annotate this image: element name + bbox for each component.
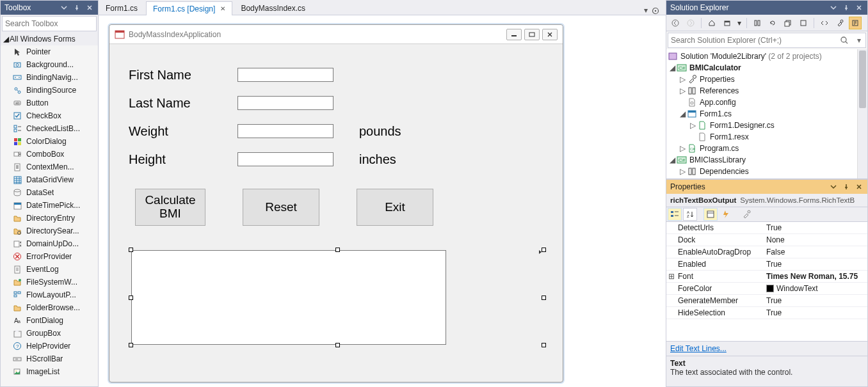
property-value[interactable]: True xyxy=(764,296,867,305)
close-tab-icon[interactable]: ✕ xyxy=(220,5,225,12)
label-last-name[interactable]: Last Name xyxy=(129,96,237,111)
toolbox-item[interactable]: FlowLayoutP... xyxy=(1,288,98,301)
close-icon[interactable] xyxy=(85,3,94,12)
solution-explorer-search[interactable]: ▾ xyxy=(668,33,866,48)
toolbox-item[interactable]: BindingNavig... xyxy=(1,71,98,84)
pin-icon[interactable] xyxy=(72,3,81,12)
tree-form1-designer[interactable]: ▷ Form1.Designer.cs xyxy=(666,120,867,131)
toolbox-item[interactable]: HScrollBar xyxy=(1,352,98,365)
toolbox-item[interactable]: ComboBox xyxy=(1,148,98,161)
textbox-height[interactable] xyxy=(237,152,334,166)
tree-form1[interactable]: ◢ Form1.cs xyxy=(666,108,867,120)
property-row[interactable]: ForeColorWindowText xyxy=(666,283,867,295)
maximize-button[interactable] xyxy=(524,29,540,40)
alphabetical-icon[interactable]: AZ xyxy=(683,208,697,221)
property-value[interactable]: True xyxy=(764,260,867,269)
toolbox-item[interactable]: EventLog xyxy=(1,263,98,276)
tree-appconfig[interactable]: App.config xyxy=(666,97,867,108)
property-value[interactable]: True xyxy=(764,308,867,317)
resize-handle[interactable] xyxy=(542,343,546,347)
dropdown-icon[interactable] xyxy=(829,182,838,191)
chevron-right-icon[interactable]: ▷ xyxy=(678,75,687,84)
chevron-right-icon[interactable]: ▷ xyxy=(678,86,687,95)
toolbox-group-header[interactable]: ◢ All Windows Forms xyxy=(1,33,98,45)
toolbox-item[interactable]: DataGridView xyxy=(1,173,98,186)
toolbox-item[interactable]: DataSet xyxy=(1,186,98,199)
textbox-first-name[interactable] xyxy=(237,68,334,82)
resize-handle[interactable] xyxy=(129,248,133,252)
search-options-icon[interactable]: ▾ xyxy=(853,36,865,45)
textbox-last-name[interactable] xyxy=(237,96,334,110)
tree-dependencies[interactable]: ▷ Dependencies xyxy=(666,166,867,177)
label-inches[interactable]: inches xyxy=(359,152,396,167)
toolbox-item[interactable]: AaFontDialog xyxy=(1,314,98,327)
forward-icon[interactable] xyxy=(684,17,697,29)
resize-handle[interactable] xyxy=(129,296,133,300)
property-row[interactable]: EnabledTrue xyxy=(666,258,867,271)
toolbox-search-input[interactable] xyxy=(3,18,104,29)
document-tab[interactable]: Form1.cs xyxy=(99,1,145,15)
property-row[interactable]: EnableAutoDragDropFalse xyxy=(666,246,867,258)
expand-icon[interactable]: ⊞ xyxy=(666,272,677,281)
pin-icon[interactable] xyxy=(842,3,851,12)
textbox-weight[interactable] xyxy=(237,124,334,138)
resize-handle[interactable] xyxy=(335,248,340,252)
label-weight[interactable]: Weight xyxy=(129,124,237,139)
smart-tag-icon[interactable] xyxy=(538,249,545,255)
collapse-all-icon[interactable] xyxy=(782,17,794,29)
properties-icon[interactable] xyxy=(833,17,846,29)
exit-button[interactable]: Exit xyxy=(357,189,433,226)
categorized-icon[interactable] xyxy=(668,208,682,221)
label-height[interactable]: Height xyxy=(129,152,237,167)
property-pages-icon[interactable] xyxy=(739,208,753,221)
tree-properties[interactable]: ▷ Properties xyxy=(666,74,867,85)
refresh-icon[interactable] xyxy=(766,17,779,29)
resize-handle[interactable] xyxy=(129,343,133,347)
toolbox-item[interactable]: ?HelpProvider xyxy=(1,340,98,352)
chevron-right-icon[interactable]: ▷ xyxy=(688,121,697,130)
properties-tab-icon[interactable] xyxy=(703,208,718,221)
richtextbox-output[interactable] xyxy=(131,250,446,345)
toolbox-item[interactable]: abButton xyxy=(1,97,98,109)
toolbox-item[interactable]: DomainUpDo... xyxy=(1,237,98,250)
toolbox-item[interactable]: ContextMen... xyxy=(1,161,98,173)
dropdown-icon[interactable] xyxy=(60,3,68,12)
property-row[interactable]: GenerateMemberTrue xyxy=(666,295,867,307)
pin-icon[interactable] xyxy=(842,182,851,191)
property-grid[interactable]: DetectUrlsTrueDockNoneEnableAutoDragDrop… xyxy=(666,222,867,341)
resize-handle[interactable] xyxy=(335,343,340,347)
tree-project[interactable]: ◢ C# BMICalculator xyxy=(666,62,867,74)
preview-icon[interactable] xyxy=(849,17,862,29)
calculate-bmi-button[interactable]: Calculate BMI xyxy=(135,189,205,226)
tree-program[interactable]: ▷ C# Program.cs xyxy=(666,143,867,154)
toolbox-item[interactable]: Pointer xyxy=(1,45,98,58)
pending-changes-icon[interactable] xyxy=(751,17,764,29)
view-code-icon[interactable] xyxy=(818,17,831,29)
toolbox-item[interactable]: FolderBrowse... xyxy=(1,301,98,314)
toolbox-item[interactable]: BindingSource xyxy=(1,84,98,97)
chevron-down-icon[interactable]: ◢ xyxy=(668,155,677,164)
scrollbar[interactable] xyxy=(857,49,867,178)
toolbox-search[interactable]: ✕ xyxy=(2,16,97,31)
properties-object-selector[interactable]: richTextBoxOutput System.Windows.Forms.R… xyxy=(666,194,867,207)
tree-solution[interactable]: Solution 'Module2Library' (2 of 2 projec… xyxy=(666,51,867,62)
toolbox-item[interactable]: CheckBox xyxy=(1,109,98,122)
label-first-name[interactable]: First Name xyxy=(129,68,237,83)
property-row[interactable]: DetectUrlsTrue xyxy=(666,222,867,234)
dropdown-icon[interactable] xyxy=(829,3,838,12)
solution-explorer-search-input[interactable] xyxy=(668,35,840,46)
chevron-right-icon[interactable]: ▷ xyxy=(678,144,687,153)
property-value[interactable]: None xyxy=(764,235,867,244)
chevron-right-icon[interactable]: ▷ xyxy=(678,167,687,176)
document-tab[interactable]: BodyMassIndex.cs xyxy=(234,1,312,15)
label-pounds[interactable]: pounds xyxy=(359,124,401,139)
toolbox-item[interactable]: GroupBox xyxy=(1,327,98,340)
property-row[interactable]: HideSelectionTrue xyxy=(666,307,867,319)
close-icon[interactable] xyxy=(855,3,864,12)
toolbox-item[interactable]: CheckedListB... xyxy=(1,122,98,135)
home-icon[interactable] xyxy=(705,17,718,29)
property-value[interactable]: WindowText xyxy=(764,284,867,293)
property-row[interactable]: DockNone xyxy=(666,234,867,246)
toolbar-dropdown-icon[interactable]: ▾ xyxy=(736,17,743,29)
events-tab-icon[interactable] xyxy=(719,208,733,221)
